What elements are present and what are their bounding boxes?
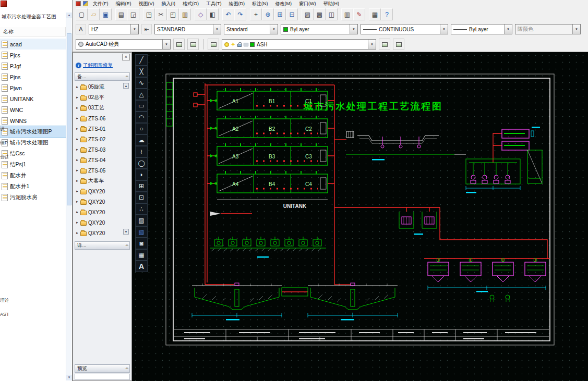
dropdown-arrow-icon[interactable]: ▼	[504, 24, 512, 34]
expand-arrow-icon[interactable]: ►	[76, 127, 79, 130]
file-list-item[interactable]: WNC	[0, 104, 66, 115]
draw-tool-button-polyline[interactable]: ∿	[135, 77, 148, 89]
expand-arrow-icon[interactable]: ►	[76, 158, 79, 162]
file-list-item[interactable]: 结Psj1	[0, 159, 66, 170]
collapse-chevron-icon[interactable]: ^^	[125, 243, 127, 248]
dropdown-arrow-icon[interactable]: ▼	[368, 40, 376, 49]
save-workspace-button[interactable]	[187, 39, 199, 50]
expand-arrow-icon[interactable]: ►	[76, 117, 79, 120]
file-list-item[interactable]: UNITANK	[0, 93, 66, 104]
draw-tool-button-circle[interactable]: ○	[135, 123, 148, 134]
palette-item[interactable]: ► ZTS-01	[75, 124, 130, 134]
toolbar-button-undo[interactable]: ↶	[222, 8, 234, 20]
toolbar-button-sheet-set-manager[interactable]: ▥	[341, 8, 353, 20]
menu-item[interactable]: 插入(I)	[158, 1, 179, 7]
file-list-item[interactable]: acad	[0, 39, 66, 50]
palette-section-preview[interactable]: 预览 ^^	[75, 364, 130, 373]
collapse-chevron-icon[interactable]: ^^	[125, 366, 127, 371]
dropdown-arrow-icon[interactable]: ▼	[350, 24, 357, 34]
menu-item[interactable]: 修改(M)	[272, 1, 296, 7]
expand-arrow-icon[interactable]: ►	[76, 96, 79, 99]
toolbar-button-block-editor[interactable]: ◧	[207, 8, 219, 20]
toolbar-button-help[interactable]: ?	[381, 8, 393, 20]
draw-tool-button-revcloud[interactable]: ☁	[135, 134, 148, 146]
menu-item[interactable]: 窗口(W)	[295, 1, 320, 7]
linetype-combo[interactable]: CONTINUOUS ▼	[361, 24, 448, 34]
toolbar-button-properties[interactable]: ▨	[302, 8, 314, 20]
file-list-item[interactable]: Pjwn	[0, 82, 66, 93]
draw-tool-button-region[interactable]: ◙	[135, 238, 148, 249]
menu-item[interactable]: 绘图(D)	[225, 1, 249, 7]
text-style-combo[interactable]: HZ ▼	[89, 24, 139, 34]
draw-tool-button-insert-block[interactable]: ⊞	[135, 180, 148, 192]
table-style-combo[interactable]: Standard ▼	[224, 24, 278, 34]
draw-tool-button-line[interactable]: ╱	[135, 54, 148, 66]
menu-item[interactable]: 文件(F)	[89, 1, 112, 7]
palette-scroll-up-icon[interactable]: ▲	[123, 83, 129, 89]
scrollbar-thumb[interactable]	[67, 33, 71, 205]
draw-tool-button-mtext[interactable]: A	[135, 261, 148, 272]
expand-arrow-icon[interactable]: ►	[76, 221, 79, 224]
layer-freeze-sun-icon[interactable]	[231, 42, 235, 47]
layer-properties-button[interactable]	[208, 39, 219, 50]
dim-style-icon[interactable]: ⇤	[141, 24, 152, 34]
palette-item[interactable]: ► QXY20	[75, 186, 130, 196]
dim-style-combo[interactable]: STANDARD ▼	[154, 24, 221, 34]
dropdown-arrow-icon[interactable]: ▼	[270, 24, 278, 34]
draw-tool-button-polygon[interactable]: △	[135, 89, 148, 100]
palette-section-blocks[interactable]: 备... ^^	[75, 72, 130, 81]
expand-arrow-icon[interactable]: ►	[76, 190, 79, 193]
layer-on-bulb-icon[interactable]	[224, 42, 229, 47]
file-list-item[interactable]: 配水井1	[0, 181, 66, 192]
dropdown-arrow-icon[interactable]: ▼	[213, 24, 221, 34]
toolbar-button-paste[interactable]: ▥	[179, 8, 191, 20]
palette-scroll-down-icon[interactable]: ▼	[123, 229, 129, 235]
toolbar-button-copy[interactable]: ◰	[167, 8, 179, 20]
expand-arrow-icon[interactable]: ►	[76, 85, 79, 89]
draw-tool-button-ellipse-arc[interactable]: ◗	[135, 169, 148, 180]
layer-color-swatch[interactable]	[250, 42, 255, 47]
lineweight-combo[interactable]: ByLayer ▼	[451, 24, 512, 34]
scroll-up-icon[interactable]: ▲	[66, 13, 72, 18]
palette-item[interactable]: ► QXY20	[75, 217, 130, 228]
file-list-item[interactable]: 配水井	[0, 170, 66, 181]
layer-combo[interactable]: ASH ▼	[222, 39, 376, 50]
toolbar-button-plot-preview[interactable]: ◲	[127, 8, 139, 20]
file-list-item[interactable]: WNNS	[0, 115, 66, 126]
toolbar-button-redo[interactable]: ↷	[234, 8, 246, 20]
toolbar-button-cut[interactable]: ✂	[155, 8, 167, 20]
toolbar-button-zoom-realtime[interactable]: ⊕	[262, 8, 274, 20]
draw-tool-button-point[interactable]: ∴	[135, 203, 148, 215]
layer-plot-icon[interactable]	[244, 43, 248, 46]
palette-item[interactable]: ► ZTS-05	[75, 165, 130, 176]
text-style-icon[interactable]: A	[76, 24, 86, 34]
expand-arrow-icon[interactable]: ►	[76, 169, 79, 172]
menu-item[interactable]: 帮助(H)	[320, 1, 343, 7]
toolbar-button-publish[interactable]: ◳	[143, 8, 155, 20]
draw-tool-button-hatch[interactable]: ▨	[135, 215, 148, 226]
dropdown-arrow-icon[interactable]: ▼	[130, 24, 138, 34]
menu-item[interactable]: 格式(O)	[179, 1, 202, 7]
draw-tool-button-make-block[interactable]: ⊡	[135, 192, 148, 203]
menu-item[interactable]: 编辑(E)	[112, 1, 135, 7]
file-list-item[interactable]: 结Csc	[0, 148, 66, 159]
workspace-settings-button[interactable]	[173, 39, 185, 50]
expand-arrow-icon[interactable]: ►	[76, 231, 79, 235]
plot-style-combo[interactable]: 随颜色 ▼	[515, 24, 581, 34]
scroll-down-icon[interactable]: ▼	[66, 375, 72, 380]
draw-tool-button-spline[interactable]: ≀	[135, 146, 148, 157]
file-list-item[interactable]: 城市污水处理图	[0, 137, 66, 148]
toolbar-button-designcenter[interactable]: ▩	[314, 8, 326, 20]
expand-arrow-icon[interactable]: ►	[76, 138, 79, 141]
draw-tool-button-arc[interactable]: ◠	[135, 112, 148, 123]
palette-item[interactable]: ► QXY20	[75, 207, 130, 217]
palette-item[interactable]: ► ZTS-02	[75, 134, 130, 144]
dropdown-arrow-icon[interactable]: ▼	[572, 24, 580, 34]
palette-item[interactable]: ► 03工艺	[75, 103, 130, 113]
palette-section-details[interactable]: 详... ^^	[75, 241, 130, 250]
toolbar-button-new[interactable]: ▢	[76, 8, 88, 20]
toolbar-button-plot[interactable]: ▤	[115, 8, 127, 20]
draw-tool-button-rectangle[interactable]: ▭	[135, 100, 148, 112]
menu-item[interactable]: 标注(N)	[248, 1, 272, 7]
palette-item[interactable]: ► ZTS-04	[75, 155, 130, 165]
